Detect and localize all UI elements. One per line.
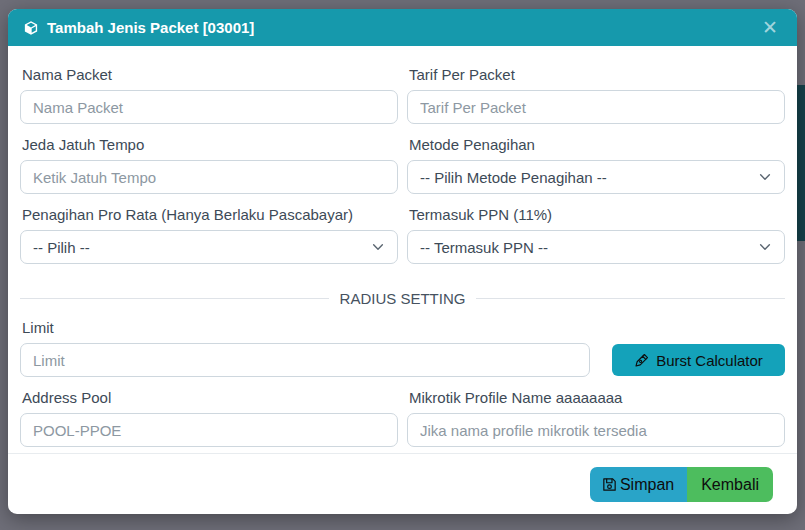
- divider-line: [20, 298, 329, 299]
- kembali-button[interactable]: Kembali: [687, 467, 773, 502]
- modal-header: Tambah Jenis Packet [03001] ✕: [8, 9, 797, 46]
- field-penagihan-pro-rata: Penagihan Pro Rata (Hanya Berlaku Pascab…: [20, 194, 398, 264]
- field-metode-penagihan: Metode Penagihan -- Pilih Metode Penagih…: [407, 124, 785, 194]
- simpan-button[interactable]: Simpan: [590, 467, 687, 502]
- metode-penagihan-selected-value: -- Pilih Metode Penagihan --: [420, 169, 607, 186]
- close-icon[interactable]: ✕: [758, 16, 782, 39]
- radius-setting-title: RADIUS SETTING: [340, 290, 466, 307]
- field-mikrotik-profile-name: Mikrotik Profile Name aaaaaaaa: [407, 377, 785, 447]
- kembali-label: Kembali: [701, 476, 759, 494]
- tarif-per-packet-label: Tarif Per Packet: [409, 66, 783, 83]
- divider-line: [476, 298, 785, 299]
- limit-input[interactable]: [20, 343, 590, 377]
- metode-penagihan-select[interactable]: -- Pilih Metode Penagihan --: [407, 160, 785, 194]
- field-limit: Limit: [20, 307, 590, 377]
- metode-penagihan-label: Metode Penagihan: [409, 136, 783, 153]
- mikrotik-profile-name-input[interactable]: [407, 413, 785, 447]
- modal-title: Tambah Jenis Packet [03001]: [47, 19, 254, 36]
- field-termasuk-ppn: Termasuk PPN (11%) -- Termasuk PPN --: [407, 194, 785, 264]
- field-jeda-jatuh-tempo: Jeda Jatuh Tempo: [20, 124, 398, 194]
- nama-packet-label: Nama Packet: [22, 66, 396, 83]
- penagihan-pro-rata-selected-value: -- Pilih --: [33, 239, 90, 256]
- jeda-jatuh-tempo-label: Jeda Jatuh Tempo: [22, 136, 396, 153]
- chevron-down-icon: [758, 170, 772, 184]
- cube-icon: [23, 20, 39, 36]
- limit-label: Limit: [22, 319, 588, 336]
- penagihan-pro-rata-label: Penagihan Pro Rata (Hanya Berlaku Pascab…: [22, 206, 396, 223]
- modal-footer: Simpan Kembali: [8, 453, 797, 514]
- radius-setting-divider: RADIUS SETTING: [20, 290, 785, 307]
- burst-calculator-button[interactable]: Burst Calculator: [612, 344, 785, 376]
- address-pool-input[interactable]: [20, 413, 398, 447]
- field-address-pool: Address Pool: [20, 377, 398, 447]
- burst-calculator-label: Burst Calculator: [656, 352, 763, 369]
- pen-nib-icon: [634, 353, 649, 368]
- mikrotik-profile-name-label: Mikrotik Profile Name aaaaaaaa: [409, 389, 783, 406]
- termasuk-ppn-label: Termasuk PPN (11%): [409, 206, 783, 223]
- tambah-jenis-packet-modal: Tambah Jenis Packet [03001] ✕ Nama Packe…: [8, 9, 797, 514]
- chevron-down-icon: [758, 240, 772, 254]
- chevron-down-icon: [371, 240, 385, 254]
- modal-body: Nama Packet Tarif Per Packet Jeda Jatuh …: [8, 46, 797, 453]
- jeda-jatuh-tempo-input[interactable]: [20, 160, 398, 194]
- simpan-label: Simpan: [620, 476, 674, 494]
- field-tarif-per-packet: Tarif Per Packet: [407, 54, 785, 124]
- address-pool-label: Address Pool: [22, 389, 396, 406]
- tarif-per-packet-input[interactable]: [407, 90, 785, 124]
- footer-button-group: Simpan Kembali: [590, 467, 773, 502]
- floppy-save-icon: [601, 476, 618, 493]
- termasuk-ppn-select[interactable]: -- Termasuk PPN --: [407, 230, 785, 264]
- nama-packet-input[interactable]: [20, 90, 398, 124]
- termasuk-ppn-selected-value: -- Termasuk PPN --: [420, 239, 548, 256]
- background-page-strip: [796, 85, 805, 241]
- field-nama-packet: Nama Packet: [20, 54, 398, 124]
- penagihan-pro-rata-select[interactable]: -- Pilih --: [20, 230, 398, 264]
